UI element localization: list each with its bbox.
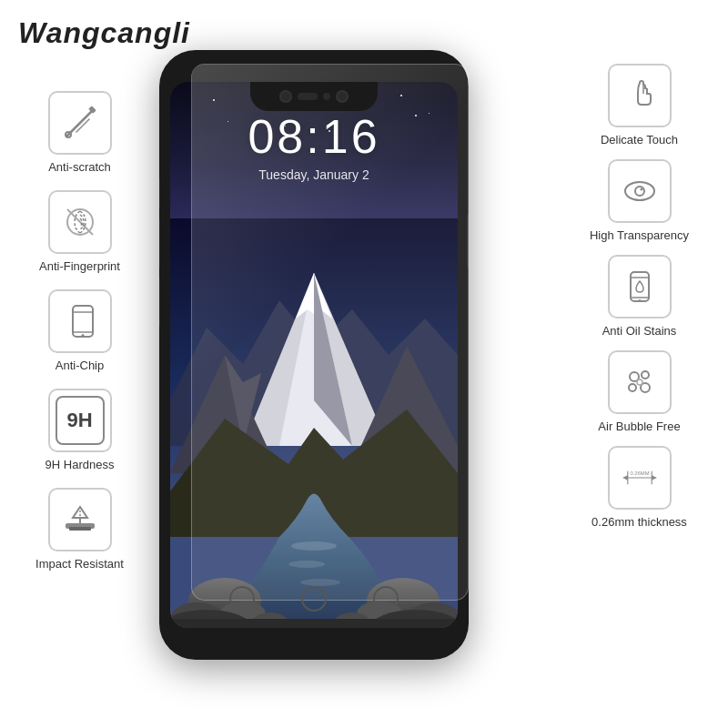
- anti-fingerprint-icon-box: [48, 190, 112, 254]
- svg-point-23: [638, 299, 641, 302]
- air-bubble-icon: [620, 362, 660, 402]
- power-button: [467, 214, 469, 268]
- feature-anti-oil: Anti Oil Stains: [560, 255, 719, 338]
- svg-point-45: [291, 541, 337, 551]
- recent-apps-button: [373, 586, 399, 612]
- brand-title: Wangcangli: [18, 16, 190, 50]
- anti-oil-icon: [620, 267, 660, 307]
- svg-rect-58: [170, 619, 458, 628]
- right-features-column: Delicate Touch High Transparency: [560, 64, 719, 529]
- air-bubble-icon-box: [608, 350, 672, 414]
- phone-mockup: 08:16 Tuesday, January 2: [159, 50, 514, 678]
- thickness-icon-box: 0.26MM: [608, 446, 672, 510]
- ir-camera: [336, 90, 349, 103]
- anti-chip-icon-box: [48, 289, 112, 353]
- svg-point-47: [300, 579, 340, 586]
- svg-point-19: [640, 188, 642, 191]
- back-button: [229, 586, 255, 612]
- anti-scratch-label: Anti-scratch: [48, 160, 111, 174]
- left-features-column: Anti-scratch Anti-Fingerprint: [9, 91, 150, 571]
- feature-impact-resistant: Impact Resistant: [9, 488, 150, 571]
- speaker-dot: [323, 93, 330, 100]
- feature-air-bubble: Air Bubble Free: [560, 350, 719, 433]
- front-camera: [279, 90, 292, 103]
- delicate-touch-icon: [620, 76, 660, 116]
- delicate-touch-label: Delicate Touch: [601, 133, 678, 147]
- silent-button: [159, 278, 160, 328]
- feature-9h-hardness: 9H 9H Hardness: [9, 389, 150, 471]
- anti-fingerprint-label: Anti-Fingerprint: [39, 259, 120, 273]
- face-sensor: [298, 93, 318, 100]
- anti-chip-icon: [60, 301, 100, 341]
- svg-point-18: [635, 187, 644, 196]
- clock-display: 08:16 Tuesday, January 2: [170, 109, 458, 182]
- anti-oil-icon-box: [608, 255, 672, 318]
- anti-chip-label: Anti-Chip: [56, 359, 104, 372]
- feature-anti-scratch: Anti-scratch: [9, 91, 150, 174]
- volume-down-button: [159, 218, 160, 268]
- thickness-label: 0.26mm thickness: [592, 515, 687, 529]
- svg-point-25: [642, 371, 649, 379]
- anti-scratch-icon: [60, 103, 100, 143]
- svg-text:0.26MM: 0.26MM: [630, 470, 649, 476]
- 9h-hardness-label: 9H Hardness: [46, 458, 115, 471]
- svg-rect-11: [69, 527, 91, 531]
- delicate-touch-icon-box: [608, 64, 672, 127]
- impact-resistant-label: Impact Resistant: [35, 557, 124, 571]
- air-bubble-label: Air Bubble Free: [598, 420, 680, 433]
- high-transparency-label: High Transparency: [590, 228, 689, 242]
- svg-point-17: [625, 182, 654, 200]
- anti-scratch-icon-box: [48, 91, 112, 155]
- phone-screen: 08:16 Tuesday, January 2: [170, 82, 458, 628]
- thickness-icon: 0.26MM: [620, 458, 660, 498]
- feature-thickness: 0.26MM 0.26mm thickness: [560, 446, 719, 529]
- high-transparency-icon-box: [608, 159, 672, 223]
- feature-anti-fingerprint: Anti-Fingerprint: [9, 190, 150, 273]
- svg-marker-30: [622, 475, 627, 480]
- feature-anti-chip: Anti-Chip: [9, 289, 150, 372]
- feature-delicate-touch: Delicate Touch: [560, 64, 719, 147]
- 9h-hardness-icon: 9H: [56, 396, 105, 445]
- bottom-buttons: [170, 586, 458, 612]
- feature-high-transparency: High Transparency: [560, 159, 719, 242]
- mountain-scene: [170, 218, 458, 628]
- impact-resistant-icon-box: [48, 488, 112, 551]
- svg-point-26: [629, 384, 636, 391]
- svg-point-9: [81, 334, 84, 337]
- clock-time: 08:16: [170, 109, 458, 164]
- impact-resistant-icon: [60, 500, 100, 540]
- 9h-hardness-icon-box: 9H: [48, 389, 112, 452]
- high-transparency-icon: [620, 171, 660, 211]
- phone-notch: [250, 82, 378, 111]
- anti-fingerprint-icon: [60, 202, 100, 242]
- svg-line-0: [67, 110, 93, 136]
- clock-date: Tuesday, January 2: [170, 167, 458, 182]
- anti-oil-label: Anti Oil Stains: [602, 324, 677, 338]
- svg-point-46: [288, 561, 325, 568]
- svg-point-28: [637, 379, 642, 385]
- svg-marker-31: [652, 475, 656, 480]
- home-button: [301, 586, 327, 612]
- volume-up-button: [159, 177, 160, 209]
- svg-rect-20: [631, 272, 649, 301]
- phone-body: 08:16 Tuesday, January 2: [159, 50, 469, 660]
